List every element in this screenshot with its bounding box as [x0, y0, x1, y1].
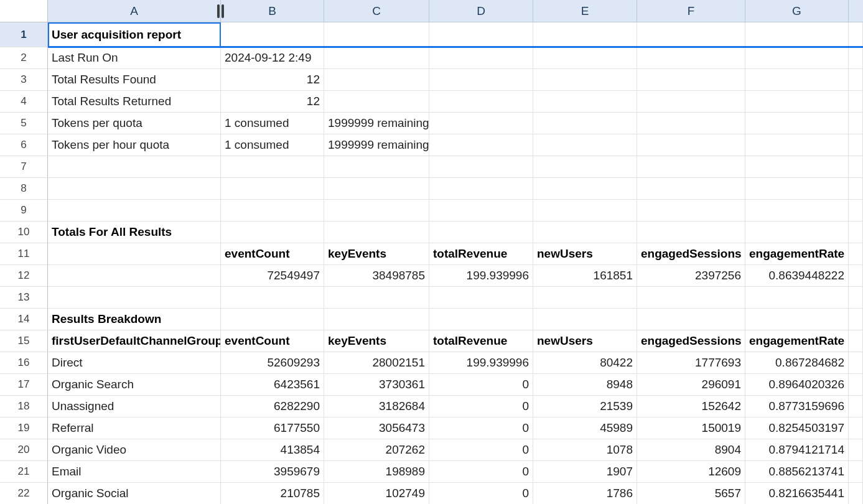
cell[interactable]: 102749 [324, 483, 429, 504]
cell[interactable]: Tokens per hour quota [48, 134, 221, 156]
cell[interactable] [324, 69, 429, 91]
row-header[interactable]: 9 [0, 200, 48, 222]
cell[interactable]: 1907 [533, 461, 637, 483]
cell[interactable]: 207262 [324, 439, 429, 461]
cell[interactable]: 80422 [533, 352, 637, 374]
row-header[interactable]: 3 [0, 69, 48, 91]
cell[interactable] [637, 22, 745, 47]
cell[interactable] [48, 243, 221, 265]
cell[interactable] [637, 287, 745, 309]
cell[interactable] [324, 156, 429, 178]
cell[interactable]: Total Results Found [48, 69, 221, 91]
cell[interactable] [48, 178, 221, 200]
column-header-F[interactable]: F [637, 0, 745, 22]
cell[interactable]: 8948 [533, 374, 637, 396]
cell[interactable]: 21539 [533, 396, 637, 418]
cell[interactable]: totalRevenue [429, 243, 533, 265]
cell[interactable] [221, 156, 324, 178]
cell[interactable] [324, 47, 429, 69]
cell[interactable] [849, 134, 863, 156]
cell[interactable] [637, 309, 745, 330]
cell[interactable]: 152642 [637, 396, 745, 418]
cell[interactable] [533, 200, 637, 222]
cell[interactable]: 28002151 [324, 352, 429, 374]
cell[interactable]: newUsers [533, 243, 637, 265]
cell[interactable] [745, 134, 849, 156]
cell[interactable] [849, 69, 863, 91]
row-header[interactable]: 12 [0, 265, 48, 287]
cell[interactable]: 52609293 [221, 352, 324, 374]
cell[interactable]: 2024-09-12 2:49 [221, 47, 324, 69]
cell[interactable] [745, 47, 849, 69]
cell[interactable] [429, 287, 533, 309]
cell[interactable]: 199.939996 [429, 352, 533, 374]
cell[interactable] [324, 222, 429, 243]
cell[interactable] [849, 156, 863, 178]
column-header-D[interactable]: D [429, 0, 533, 22]
cell[interactable]: 161851 [533, 265, 637, 287]
cell[interactable] [849, 287, 863, 309]
cell[interactable]: 1999999 remaining [324, 134, 429, 156]
cell[interactable]: 0.867284682 [745, 352, 849, 374]
row-header[interactable]: 2 [0, 47, 48, 69]
cell[interactable]: 1 consumed [221, 113, 324, 134]
cell[interactable]: 1999999 remaining [324, 113, 429, 134]
cell[interactable] [849, 113, 863, 134]
cell[interactable]: Unassigned [48, 396, 221, 418]
cell[interactable] [637, 47, 745, 69]
row-header[interactable]: 15 [0, 330, 48, 352]
cell[interactable] [533, 113, 637, 134]
row-header[interactable]: 8 [0, 178, 48, 200]
cell[interactable] [429, 134, 533, 156]
cell[interactable]: 1786 [533, 483, 637, 504]
cell[interactable] [429, 113, 533, 134]
cell[interactable]: 0 [429, 439, 533, 461]
cell[interactable] [48, 287, 221, 309]
cell[interactable]: 6282290 [221, 396, 324, 418]
row-header[interactable]: 19 [0, 418, 48, 439]
cell[interactable] [533, 156, 637, 178]
cell[interactable] [48, 156, 221, 178]
cell[interactable]: newUsers [533, 330, 637, 352]
cell[interactable] [849, 222, 863, 243]
cell[interactable] [221, 222, 324, 243]
cell[interactable] [849, 265, 863, 287]
cell[interactable]: 6177550 [221, 418, 324, 439]
cell[interactable]: engagedSessions [637, 330, 745, 352]
cell[interactable]: 0.8794121714 [745, 439, 849, 461]
row-header[interactable]: 10 [0, 222, 48, 243]
cell[interactable] [745, 22, 849, 47]
cell[interactable] [637, 91, 745, 113]
cell[interactable] [221, 178, 324, 200]
cell[interactable]: 3056473 [324, 418, 429, 439]
column-header-E[interactable]: E [533, 0, 637, 22]
cell[interactable]: Direct [48, 352, 221, 374]
cell[interactable] [849, 200, 863, 222]
cell[interactable] [324, 22, 429, 47]
row-header[interactable]: 5 [0, 113, 48, 134]
cell[interactable]: 1 consumed [221, 134, 324, 156]
cell[interactable] [745, 91, 849, 113]
row-header[interactable]: 11 [0, 243, 48, 265]
cell[interactable] [221, 309, 324, 330]
cell[interactable]: 296091 [637, 374, 745, 396]
cell[interactable]: 0.8254503197 [745, 418, 849, 439]
cell[interactable] [745, 287, 849, 309]
row-header[interactable]: 21 [0, 461, 48, 483]
cell[interactable]: engagedSessions [637, 243, 745, 265]
cell[interactable]: Organic Video [48, 439, 221, 461]
cell[interactable] [48, 200, 221, 222]
cell[interactable] [429, 47, 533, 69]
cell[interactable] [849, 374, 863, 396]
cell[interactable] [849, 418, 863, 439]
cell[interactable] [849, 309, 863, 330]
cell[interactable] [849, 47, 863, 69]
cell[interactable] [849, 396, 863, 418]
cell[interactable] [533, 47, 637, 69]
cell[interactable] [637, 222, 745, 243]
cell[interactable] [849, 483, 863, 504]
cell[interactable] [533, 287, 637, 309]
cell[interactable] [221, 22, 324, 47]
cell[interactable] [324, 178, 429, 200]
cell[interactable]: keyEvents [324, 243, 429, 265]
